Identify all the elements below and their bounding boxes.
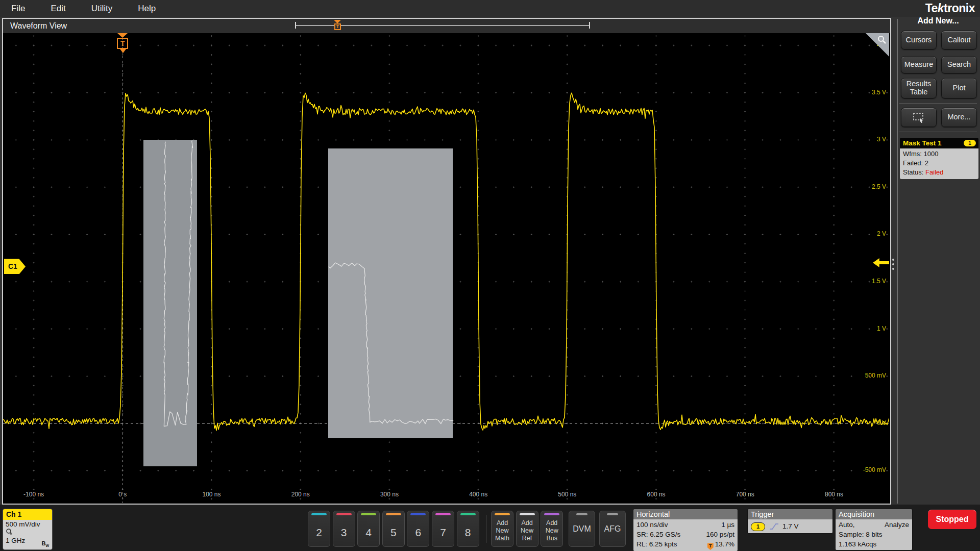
button-group-divider bbox=[486, 515, 486, 543]
trigger-level-value: 1.7 V bbox=[782, 522, 799, 530]
channel-number: 3 bbox=[333, 527, 355, 539]
mask-test-row-label: Status: bbox=[903, 168, 925, 176]
trigger-panel-title: Trigger bbox=[748, 509, 832, 519]
channel-6-button[interactable]: 6 bbox=[407, 511, 429, 547]
horizontal-row-left: 100 ns/div bbox=[636, 520, 668, 530]
mask-violation-trace-1 bbox=[164, 140, 193, 426]
channel-4-button[interactable]: 4 bbox=[357, 511, 380, 547]
channel-8-button[interactable]: 8 bbox=[457, 511, 479, 547]
horizontal-row-right: 1 µs bbox=[721, 520, 734, 530]
channel-7-button[interactable]: 7 bbox=[432, 511, 454, 547]
channel-5-button[interactable]: 5 bbox=[382, 511, 405, 547]
menu-item-file[interactable]: File bbox=[11, 0, 25, 17]
button-color-stripe bbox=[576, 513, 587, 515]
menu-item-help[interactable]: Help bbox=[138, 0, 156, 17]
acquisition-row-left: 1.163 kAcqs bbox=[839, 539, 876, 549]
trigger-position-flag-icon[interactable]: T bbox=[116, 33, 129, 54]
waveform-view-title: Waveform View bbox=[10, 21, 67, 30]
more-button[interactable]: More... bbox=[941, 108, 977, 127]
mask-test-panel[interactable]: Mask Test 1 1 Wfms: 1000Failed: 2Status:… bbox=[900, 138, 978, 179]
channel-color-stripe bbox=[361, 513, 376, 515]
magnifier-icon[interactable] bbox=[877, 35, 887, 45]
acquisition-row-left: Sample: 8 bits bbox=[839, 530, 883, 539]
mask-test-row-value: 2 bbox=[925, 159, 928, 167]
channel-number: 6 bbox=[407, 527, 429, 539]
horizontal-panel-title: Horizontal bbox=[633, 509, 738, 519]
horizontal-panel-body: 100 ns/div1 µsSR: 6.25 GS/s160 ps/ptRL: … bbox=[633, 519, 738, 551]
add-new-bus-button[interactable]: AddNewBus bbox=[541, 511, 563, 547]
horizontal-row: SR: 6.25 GS/s160 ps/pt bbox=[636, 530, 734, 539]
channel-number: 7 bbox=[432, 527, 454, 539]
add-new-cursors-button[interactable]: Cursors bbox=[901, 31, 937, 49]
channel-color-stripe bbox=[435, 513, 451, 515]
channel-number: 8 bbox=[457, 527, 479, 539]
add-new-title: Add New... bbox=[897, 16, 979, 26]
add-new-measure-button[interactable]: Measure bbox=[901, 56, 937, 73]
add-new-ref-button[interactable]: AddNewRef bbox=[516, 511, 538, 547]
channel-color-stripe bbox=[386, 513, 401, 515]
button-color-stripe bbox=[495, 513, 510, 515]
channel-3-button[interactable]: 3 bbox=[333, 511, 355, 547]
horizontal-position-left-bracket[interactable] bbox=[295, 22, 296, 29]
mask-test-row: Status: Failed bbox=[903, 168, 978, 177]
dvm-button[interactable]: DVM bbox=[569, 511, 595, 547]
acquisition-row: Sample: 8 bits bbox=[839, 530, 909, 539]
acquisition-row: 1.163 kAcqs bbox=[839, 539, 909, 549]
channel-1-scale: 500 mV/div bbox=[6, 520, 50, 528]
mask-violation-trace-2 bbox=[329, 263, 453, 424]
channel-number: 5 bbox=[383, 527, 404, 539]
horizontal-row-left: SR: 6.25 GS/s bbox=[636, 530, 680, 539]
acquisition-row-left: Auto, bbox=[839, 520, 855, 530]
trigger-settings-row: 11.7 V bbox=[751, 520, 829, 532]
button-color-stripe bbox=[607, 513, 618, 515]
acquisition-panel[interactable]: AcquisitionAuto,AnalyzeSample: 8 bits1.1… bbox=[835, 509, 913, 550]
mask-test-source-badge: 1 bbox=[964, 140, 976, 146]
button-label: AddNewBus bbox=[541, 519, 562, 542]
acquisition-row-right: Analyze bbox=[885, 520, 909, 530]
mask-test-results: Wfms: 1000Failed: 2Status: Failed bbox=[900, 148, 978, 179]
trigger-position-minimap-flag-icon[interactable]: T bbox=[334, 23, 341, 30]
run-stop-button[interactable]: Stopped bbox=[928, 510, 976, 529]
horizontal-panel[interactable]: Horizontal100 ns/div1 µsSR: 6.25 GS/s160… bbox=[633, 509, 738, 551]
panel-splitter[interactable] bbox=[897, 19, 898, 504]
afg-button[interactable]: AFG bbox=[599, 511, 626, 547]
channel-1-label: Ch 1 bbox=[3, 509, 52, 520]
mask-test-row-label: Wfms: bbox=[903, 150, 923, 158]
graticule[interactable]: 4 V3.5 V3 V2.5 V2 V1.5 V1 V500 mV0 V-500… bbox=[3, 33, 889, 503]
button-label: AddNewMath bbox=[492, 519, 513, 542]
trigger-panel-body: 11.7 V bbox=[748, 519, 832, 533]
mask-test-title: Mask Test 1 bbox=[903, 139, 942, 147]
waveform-view-panel: Waveform View T 4 V3.5 V3 V2.5 V2 V1.5 V… bbox=[2, 18, 891, 505]
add-new-search-button[interactable]: Search bbox=[941, 56, 977, 73]
add-new-results-table-button[interactable]: Results Table bbox=[901, 78, 937, 98]
mask-test-row: Failed: 2 bbox=[903, 159, 978, 168]
tektronix-logo: Tektronix bbox=[925, 2, 975, 15]
sidebar-separator bbox=[899, 132, 977, 132]
menu-item-utility[interactable]: Utility bbox=[91, 0, 113, 17]
acquisition-panel-title: Acquisition bbox=[836, 509, 912, 519]
add-new-callout-button[interactable]: Callout bbox=[941, 31, 977, 49]
trigger-panel[interactable]: Trigger11.7 V bbox=[747, 509, 833, 534]
mask-test-row-value: 1000 bbox=[923, 150, 938, 158]
waveform-view-titlebar: Waveform View T bbox=[3, 19, 890, 33]
oscilloscope-app: FileEditUtilityHelp Tektronix Waveform V… bbox=[0, 0, 980, 551]
splitter-drag-handle-icon[interactable] bbox=[892, 256, 894, 272]
add-new-plot-button[interactable]: Plot bbox=[941, 78, 977, 98]
channel-2-button[interactable]: 2 bbox=[308, 511, 330, 547]
trigger-badge-icon: T bbox=[707, 543, 714, 550]
horizontal-row-right: T13.7% bbox=[707, 539, 734, 550]
region-annotation-icon bbox=[912, 112, 925, 123]
acquisition-row: Auto,Analyze bbox=[839, 520, 909, 530]
channel-color-stripe bbox=[311, 513, 327, 515]
bottom-bar: Ch 1 500 mV/div 1 GHz BW Stopped 2345678… bbox=[0, 505, 980, 551]
add-new-math-button[interactable]: AddNewMath bbox=[491, 511, 513, 547]
horizontal-position-right-bracket[interactable] bbox=[589, 22, 590, 29]
trigger-source-badge: 1 bbox=[751, 522, 765, 531]
horizontal-row: RL: 6.25 kptsT13.7% bbox=[636, 539, 734, 550]
add-new-annotation-icon-button[interactable] bbox=[901, 108, 937, 127]
button-color-stripe bbox=[544, 513, 559, 515]
channel-1-badge[interactable]: Ch 1 500 mV/div 1 GHz BW bbox=[3, 509, 53, 550]
menu-item-edit[interactable]: Edit bbox=[51, 0, 65, 17]
mask-test-header: Mask Test 1 1 bbox=[900, 138, 978, 148]
trigger-position-minimap-arrow-icon[interactable] bbox=[334, 20, 341, 23]
